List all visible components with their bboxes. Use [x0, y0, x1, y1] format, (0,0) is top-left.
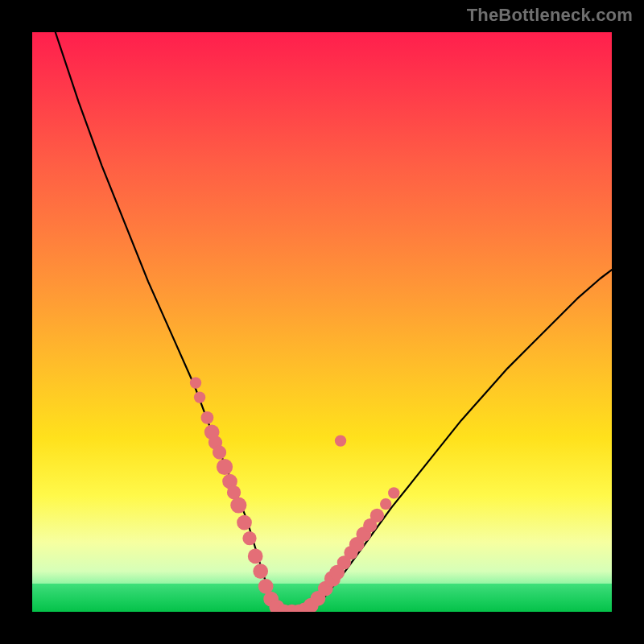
marker-dot [253, 564, 268, 579]
marker-dot [230, 497, 246, 513]
marker-dot [194, 391, 205, 402]
marker-dot [213, 445, 226, 459]
marker-dot [201, 411, 214, 424]
curve-svg [32, 32, 612, 612]
marker-dot [242, 531, 256, 545]
marker-dot [190, 377, 201, 388]
watermark-label: TheBottleneck.com [467, 5, 633, 26]
marker-dot [335, 435, 346, 446]
marker-dot [370, 509, 384, 522]
marker-dot [237, 515, 252, 530]
marker-dot [248, 549, 263, 564]
marker-dot [217, 459, 233, 475]
marker-dots [190, 377, 400, 612]
plot-area [32, 32, 612, 612]
curve-path [56, 32, 612, 612]
chart-frame: TheBottleneck.com [0, 0, 644, 644]
marker-dot [380, 498, 391, 510]
marker-dot [388, 487, 399, 498]
